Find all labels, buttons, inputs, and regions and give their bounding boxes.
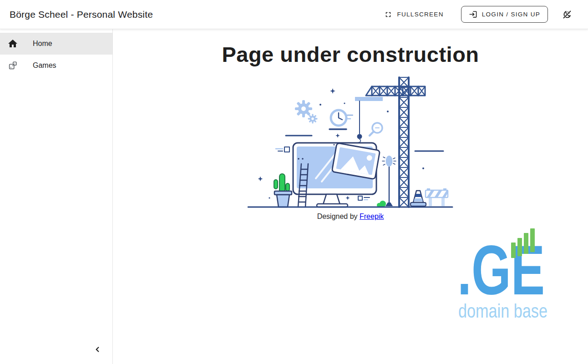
main-content: Page under construction <box>113 29 588 364</box>
ge-domain-base-logo: .GE domain base <box>457 228 548 322</box>
login-signup-label: LOGIN / SIGN UP <box>482 11 540 18</box>
sidebar-item-home[interactable]: Home <box>0 33 112 55</box>
app-window: Börge Scheel - Personal Website FULLSCRE… <box>0 0 588 364</box>
sidebar-item-label: Home <box>33 40 52 48</box>
sidebar: Home Games <box>0 29 113 364</box>
fullscreen-expand-icon <box>384 10 392 19</box>
login-signup-button[interactable]: LOGIN / SIGN UP <box>461 6 548 23</box>
illustration-container <box>113 76 588 209</box>
design-credit: Designed by Freepik <box>113 212 588 221</box>
theme-toggle-button[interactable] <box>558 5 576 24</box>
app-header: Börge Scheel - Personal Website FULLSCRE… <box>0 0 588 29</box>
freepik-link[interactable]: Freepik <box>360 212 384 220</box>
sidebar-item-games[interactable]: Games <box>0 55 112 76</box>
header-actions: FULLSCREEN LOGIN / SIGN UP <box>380 5 576 24</box>
sidebar-item-label: Games <box>33 61 56 70</box>
home-icon <box>7 38 18 49</box>
credit-text: Designed by <box>317 212 360 220</box>
fullscreen-button[interactable]: FULLSCREEN <box>380 7 448 22</box>
under-construction-illustration <box>248 76 453 209</box>
chevron-left-icon <box>92 344 102 354</box>
fullscreen-label: FULLSCREEN <box>397 11 443 18</box>
games-dice-icon <box>7 60 18 71</box>
dark-mode-toggle-icon <box>562 9 573 20</box>
page-heading: Page under construction <box>113 42 588 67</box>
logo-domain-base-text: domain base <box>458 300 547 322</box>
body-row: Home Games <box>0 29 588 364</box>
page-title: Börge Scheel - Personal Website <box>10 9 153 20</box>
login-arrow-icon <box>469 10 477 19</box>
sidebar-collapse-button[interactable] <box>91 343 104 356</box>
